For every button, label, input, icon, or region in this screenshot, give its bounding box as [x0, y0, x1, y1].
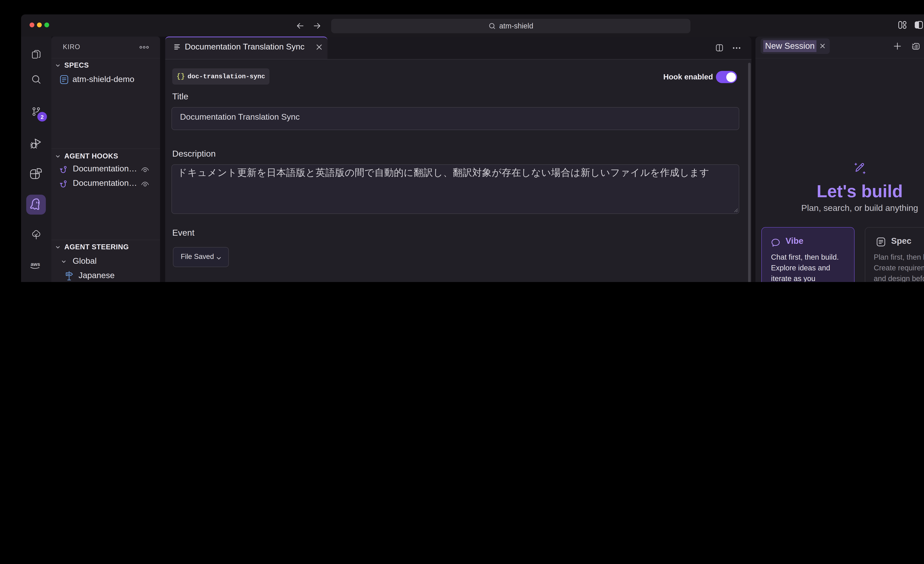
svg-text:aws: aws — [31, 262, 40, 267]
